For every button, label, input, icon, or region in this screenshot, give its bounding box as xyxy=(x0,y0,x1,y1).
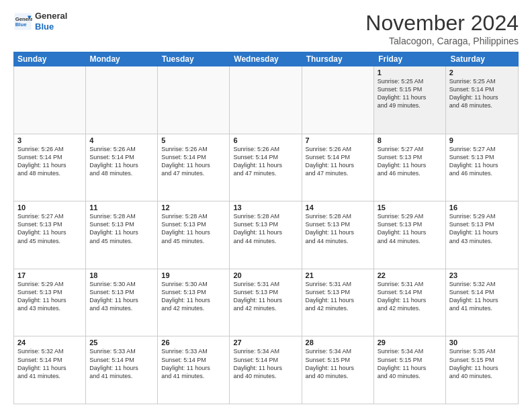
day-number: 4 xyxy=(89,136,154,144)
cell-info: Sunrise: 5:31 AM Sunset: 5:13 PM Dayligh… xyxy=(233,280,298,313)
calendar-cell: 6Sunrise: 5:26 AM Sunset: 5:14 PM Daylig… xyxy=(230,134,302,201)
header-monday: Monday xyxy=(85,52,157,66)
calendar-cell: 17Sunrise: 5:29 AM Sunset: 5:13 PM Dayli… xyxy=(14,269,86,336)
calendar-week-3: 10Sunrise: 5:27 AM Sunset: 5:13 PM Dayli… xyxy=(14,201,518,269)
cell-info: Sunrise: 5:32 AM Sunset: 5:14 PM Dayligh… xyxy=(17,347,82,380)
logo-text-blue: Blue xyxy=(35,21,67,32)
cell-info: Sunrise: 5:28 AM Sunset: 5:13 PM Dayligh… xyxy=(306,212,370,245)
cell-info: Sunrise: 5:26 AM Sunset: 5:14 PM Dayligh… xyxy=(233,145,298,178)
calendar-cell: 21Sunrise: 5:31 AM Sunset: 5:13 PM Dayli… xyxy=(302,269,374,336)
day-number: 15 xyxy=(378,203,442,212)
calendar-cell: 10Sunrise: 5:27 AM Sunset: 5:13 PM Dayli… xyxy=(14,201,86,269)
calendar-header: Sunday Monday Tuesday Wednesday Thursday… xyxy=(13,52,519,66)
calendar-cell: 4Sunrise: 5:26 AM Sunset: 5:14 PM Daylig… xyxy=(86,134,158,201)
day-number: 23 xyxy=(449,271,515,279)
cell-info: Sunrise: 5:32 AM Sunset: 5:14 PM Dayligh… xyxy=(449,280,515,313)
cell-info: Sunrise: 5:26 AM Sunset: 5:14 PM Dayligh… xyxy=(89,145,154,178)
cell-info: Sunrise: 5:33 AM Sunset: 5:14 PM Dayligh… xyxy=(89,347,154,380)
day-number: 2 xyxy=(449,68,515,77)
calendar-cell xyxy=(158,66,230,134)
logo-icon: General Blue xyxy=(13,12,32,31)
calendar-cell: 19Sunrise: 5:30 AM Sunset: 5:13 PM Dayli… xyxy=(158,269,230,336)
day-number: 17 xyxy=(17,271,82,279)
calendar-cell: 1Sunrise: 5:25 AM Sunset: 5:15 PM Daylig… xyxy=(374,66,446,134)
calendar-cell: 15Sunrise: 5:29 AM Sunset: 5:13 PM Dayli… xyxy=(374,201,446,269)
cell-info: Sunrise: 5:34 AM Sunset: 5:15 PM Dayligh… xyxy=(378,347,442,380)
cell-info: Sunrise: 5:30 AM Sunset: 5:13 PM Dayligh… xyxy=(161,280,226,313)
cell-info: Sunrise: 5:26 AM Sunset: 5:14 PM Dayligh… xyxy=(161,145,226,178)
calendar-week-1: 1Sunrise: 5:25 AM Sunset: 5:15 PM Daylig… xyxy=(14,66,518,134)
day-number: 16 xyxy=(449,203,515,212)
calendar-cell: 5Sunrise: 5:26 AM Sunset: 5:14 PM Daylig… xyxy=(158,134,230,201)
header-tuesday: Tuesday xyxy=(158,52,230,66)
calendar-cell: 7Sunrise: 5:26 AM Sunset: 5:14 PM Daylig… xyxy=(302,134,374,201)
month-title: November 2024 xyxy=(365,11,519,36)
logo: General Blue General Blue xyxy=(13,11,67,32)
header-thursday: Thursday xyxy=(302,52,374,66)
day-number: 13 xyxy=(233,203,298,212)
calendar-week-2: 3Sunrise: 5:26 AM Sunset: 5:14 PM Daylig… xyxy=(14,134,518,202)
day-number: 11 xyxy=(89,203,154,212)
calendar-cell: 28Sunrise: 5:34 AM Sunset: 5:15 PM Dayli… xyxy=(302,336,374,404)
calendar: Sunday Monday Tuesday Wednesday Thursday… xyxy=(13,52,519,404)
calendar-cell: 13Sunrise: 5:28 AM Sunset: 5:13 PM Dayli… xyxy=(230,201,302,269)
cell-info: Sunrise: 5:31 AM Sunset: 5:13 PM Dayligh… xyxy=(306,280,370,313)
day-number: 3 xyxy=(17,136,82,144)
location: Talacogon, Caraga, Philippines xyxy=(365,36,519,46)
day-number: 18 xyxy=(89,271,154,279)
calendar-week-5: 24Sunrise: 5:32 AM Sunset: 5:14 PM Dayli… xyxy=(14,336,518,404)
cell-info: Sunrise: 5:28 AM Sunset: 5:13 PM Dayligh… xyxy=(89,212,154,245)
day-number: 30 xyxy=(449,338,515,347)
day-number: 6 xyxy=(233,136,298,144)
day-number: 27 xyxy=(233,338,298,347)
day-number: 8 xyxy=(378,136,442,144)
day-number: 1 xyxy=(378,68,442,77)
logo-text-general: General xyxy=(35,11,67,21)
calendar-cell: 22Sunrise: 5:31 AM Sunset: 5:14 PM Dayli… xyxy=(374,269,446,336)
day-number: 5 xyxy=(161,136,226,144)
calendar-cell: 18Sunrise: 5:30 AM Sunset: 5:13 PM Dayli… xyxy=(86,269,158,336)
cell-info: Sunrise: 5:34 AM Sunset: 5:14 PM Dayligh… xyxy=(233,347,298,380)
calendar-cell: 16Sunrise: 5:29 AM Sunset: 5:13 PM Dayli… xyxy=(446,201,518,269)
day-number: 12 xyxy=(161,203,226,212)
calendar-cell: 23Sunrise: 5:32 AM Sunset: 5:14 PM Dayli… xyxy=(446,269,518,336)
calendar-cell: 24Sunrise: 5:32 AM Sunset: 5:14 PM Dayli… xyxy=(14,336,86,404)
header-sunday: Sunday xyxy=(13,52,85,66)
calendar-cell: 30Sunrise: 5:35 AM Sunset: 5:15 PM Dayli… xyxy=(446,336,518,404)
day-number: 10 xyxy=(17,203,82,212)
calendar-cell: 26Sunrise: 5:33 AM Sunset: 5:14 PM Dayli… xyxy=(158,336,230,404)
calendar-cell: 25Sunrise: 5:33 AM Sunset: 5:14 PM Dayli… xyxy=(86,336,158,404)
cell-info: Sunrise: 5:27 AM Sunset: 5:13 PM Dayligh… xyxy=(449,145,515,178)
cell-info: Sunrise: 5:27 AM Sunset: 5:13 PM Dayligh… xyxy=(378,145,442,178)
page: General Blue General Blue November 2024 … xyxy=(0,0,532,411)
calendar-cell: 14Sunrise: 5:28 AM Sunset: 5:13 PM Dayli… xyxy=(302,201,374,269)
header-friday: Friday xyxy=(374,52,446,66)
calendar-week-4: 17Sunrise: 5:29 AM Sunset: 5:13 PM Dayli… xyxy=(14,269,518,337)
day-number: 21 xyxy=(306,271,370,279)
day-number: 29 xyxy=(378,338,442,347)
header: General Blue General Blue November 2024 … xyxy=(13,11,519,46)
cell-info: Sunrise: 5:26 AM Sunset: 5:14 PM Dayligh… xyxy=(17,145,82,178)
day-number: 26 xyxy=(161,338,226,347)
svg-text:Blue: Blue xyxy=(15,21,27,28)
calendar-cell: 2Sunrise: 5:25 AM Sunset: 5:14 PM Daylig… xyxy=(446,66,518,134)
calendar-cell: 3Sunrise: 5:26 AM Sunset: 5:14 PM Daylig… xyxy=(14,134,86,201)
day-number: 20 xyxy=(233,271,298,279)
cell-info: Sunrise: 5:26 AM Sunset: 5:14 PM Dayligh… xyxy=(306,145,370,178)
day-number: 9 xyxy=(449,136,515,144)
calendar-cell: 20Sunrise: 5:31 AM Sunset: 5:13 PM Dayli… xyxy=(230,269,302,336)
day-number: 7 xyxy=(306,136,370,144)
day-number: 22 xyxy=(378,271,442,279)
cell-info: Sunrise: 5:28 AM Sunset: 5:13 PM Dayligh… xyxy=(161,212,226,245)
calendar-cell xyxy=(86,66,158,134)
cell-info: Sunrise: 5:28 AM Sunset: 5:13 PM Dayligh… xyxy=(233,212,298,245)
cell-info: Sunrise: 5:31 AM Sunset: 5:14 PM Dayligh… xyxy=(378,280,442,313)
calendar-cell xyxy=(14,66,86,134)
calendar-cell xyxy=(302,66,374,134)
calendar-cell: 12Sunrise: 5:28 AM Sunset: 5:13 PM Dayli… xyxy=(158,201,230,269)
title-block: November 2024 Talacogon, Caraga, Philipp… xyxy=(365,11,519,46)
calendar-grid: 1Sunrise: 5:25 AM Sunset: 5:15 PM Daylig… xyxy=(13,66,519,404)
calendar-cell: 9Sunrise: 5:27 AM Sunset: 5:13 PM Daylig… xyxy=(446,134,518,201)
cell-info: Sunrise: 5:33 AM Sunset: 5:14 PM Dayligh… xyxy=(161,347,226,380)
cell-info: Sunrise: 5:30 AM Sunset: 5:13 PM Dayligh… xyxy=(89,280,154,313)
